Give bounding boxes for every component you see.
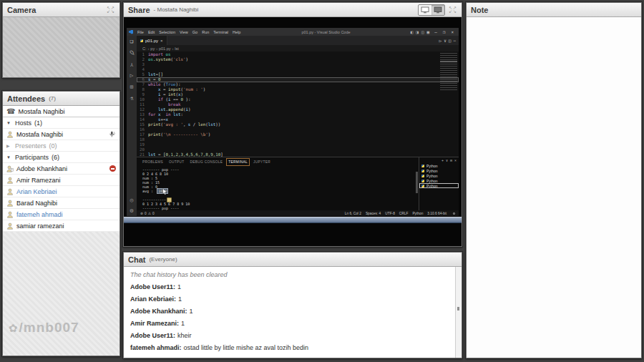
code-editor-wrap[interactable]: 1import os2os.system('cls')345lst=[]6s =… [137,52,459,157]
fullscreen-icon[interactable]: ↖↗↙↘ [449,6,457,14]
panel-tab-jupyter[interactable]: JUPYTER [253,160,270,164]
terminal-list-item[interactable]: Python [419,178,459,183]
python-terminal-icon [421,165,424,167]
split-terminal-icon[interactable]: ⊞ [450,158,452,162]
fullscreen-icon[interactable]: ↖↗↙↘ [107,6,115,14]
panel-tab-output[interactable]: OUTPUT [169,160,185,164]
toggle-sidebar-icon[interactable]: ◧ [409,29,415,34]
chat-header[interactable]: Chat (Everyone) [124,253,462,267]
code-editor: 1import os2os.system('cls')345lst=[]6s =… [137,52,459,157]
participant-row[interactable]: Amir Ramezani [3,175,119,186]
customize-layout-icon[interactable]: ▦ [426,29,431,34]
presenters-section-row[interactable]: ▶ Presenters (0) [3,140,119,152]
code-line: 3 [137,62,459,67]
toggle-panel-icon[interactable]: ◨ [414,29,420,34]
minimap[interactable] [440,53,457,90]
restore-icon[interactable]: ❐ [440,29,449,34]
run-debug-icon[interactable]: ▷ [130,72,134,79]
participant-row[interactable]: Barad Naghibi [3,197,119,209]
breadcrumb-item[interactable]: C: [142,47,147,51]
errors-icon[interactable]: ⊘ [140,212,143,215]
chat-scrollbar[interactable] [455,267,462,358]
settings-gear-icon[interactable]: ⚙ [130,207,134,214]
participant-row[interactable]: fatemeh ahmadi [3,209,119,220]
share-header[interactable]: Share - Mostafa Naghibi ↖↗↙↘ [124,3,462,17]
attendees-header[interactable]: Attendees (7) [3,92,119,106]
status-item[interactable]: Ln 6, Col 2 [345,212,361,215]
notifications-bell-icon[interactable] [453,212,455,215]
terminal-list-item[interactable]: Python [419,163,459,168]
chat-sender: Adobe Khankhani: [130,308,187,315]
new-terminal-icon[interactable]: + [441,158,444,162]
extensions-icon[interactable]: ⊞ [130,84,134,90]
breadcrumb-item[interactable]: py [150,47,155,51]
panel-tabs: PROBLEMSOUTPUTDEBUG CONSOLETERMINALJUPYT… [137,157,419,166]
menu-terminal[interactable]: Terminal [211,30,230,34]
microphone-icon[interactable] [109,131,116,138]
menu-view[interactable]: View [177,30,190,34]
terminal-list-item[interactable]: Python [419,183,459,188]
terminal-list-item[interactable]: Python [419,173,459,178]
terminal-content[interactable]: -------- pop ----0 2 4 6 8 10num : 5num … [137,166,419,210]
split-editor-icon[interactable]: ◫ [449,38,452,43]
testing-icon[interactable]: ⚗ [130,95,134,102]
participants-section-row[interactable]: ▼ Participants (6) [3,152,119,163]
participant-row[interactable]: samiar ramezani [3,220,119,232]
minimize-icon[interactable]: – [431,29,440,34]
chat-messages[interactable]: The chat history has been cleared Adobe … [124,267,462,358]
menu-help[interactable]: Help [230,30,243,34]
share-view-toggle [418,4,445,16]
line-number: 9 [137,92,148,97]
breadcrumb-item[interactable]: p01.py [159,47,171,51]
status-item[interactable]: Spaces: 4 [366,212,381,215]
explorer-icon[interactable]: ❏ [130,38,134,44]
code-token: ] [220,152,223,157]
actual-size-icon[interactable] [431,5,444,15]
terminal-dropdown-icon[interactable]: ∨ [446,158,448,162]
share-pod: Share - Mostafa Naghibi ↖↗↙↘ FileEditSel… [123,2,462,247]
warnings-icon[interactable]: ⚠ [148,212,151,215]
line-number: 21 [137,152,148,157]
source-control-icon[interactable]: Y [130,61,133,67]
account-icon[interactable]: ☺ [130,197,134,204]
panel-tab-problems[interactable]: PROBLEMS [142,160,163,164]
hosts-section-row[interactable]: ▼ Hosts (1) [3,117,119,129]
fit-screen-icon[interactable] [419,5,431,15]
status-item[interactable]: Python [412,212,423,215]
more-actions-icon[interactable]: ⋯ [453,38,456,43]
kill-terminal-icon[interactable]: × [454,158,457,162]
status-item[interactable]: 3.10.6 64-bit [427,212,447,215]
breadcrumb-item[interactable]: lst [175,47,179,51]
panel-tab-debug-console[interactable]: DEBUG CONSOLE [190,160,223,164]
participant-row[interactable]: Arian Kebriaei [3,186,119,197]
close-tab-icon[interactable]: × [160,39,163,43]
chat-sender: Adobe User11: [130,283,175,290]
panel-tab-terminal[interactable]: TERMINAL [228,160,248,164]
camera-header[interactable]: Camera ↖↗↙↘ [3,3,119,17]
toggle-secondary-sidebar-icon[interactable]: ◫ [420,29,426,34]
code-token [148,97,158,102]
attendees-pod: Attendees (7) ☎ Mostafa Naghibi ▼ Hosts … [2,91,120,356]
terminal-list-item[interactable]: Python [419,168,459,173]
terminal-scrollbar[interactable] [416,172,418,193]
run-dropdown-icon[interactable]: ∨ [444,38,447,43]
tab-p01py[interactable]: p01.py × [137,36,167,45]
menu-file[interactable]: File [135,30,146,34]
run-python-file-icon[interactable]: ▷ [439,38,442,43]
participant-name: Arian Kebriaei [16,188,57,195]
scrollbar-thumb[interactable] [457,307,459,310]
menu-run[interactable]: Run [200,30,211,34]
breadcrumb[interactable]: C:›py›p01.py›lst [137,45,459,52]
menu-selection[interactable]: Selection [157,30,177,34]
menu-go[interactable]: Go [190,30,200,34]
note-body[interactable] [467,17,641,358]
menu-edit[interactable]: Edit [146,30,157,34]
close-icon[interactable]: × [448,29,457,34]
status-item[interactable]: CRLF [399,212,409,215]
host-row[interactable]: Mostafa Naghibi [3,129,119,140]
code-text: break [148,102,180,107]
participant-row[interactable]: Adobe Khankhani [3,163,119,175]
search-icon[interactable]: Ϙ [128,49,135,57]
status-item[interactable]: UTF-8 [385,212,395,215]
note-header[interactable]: Note [467,3,641,17]
